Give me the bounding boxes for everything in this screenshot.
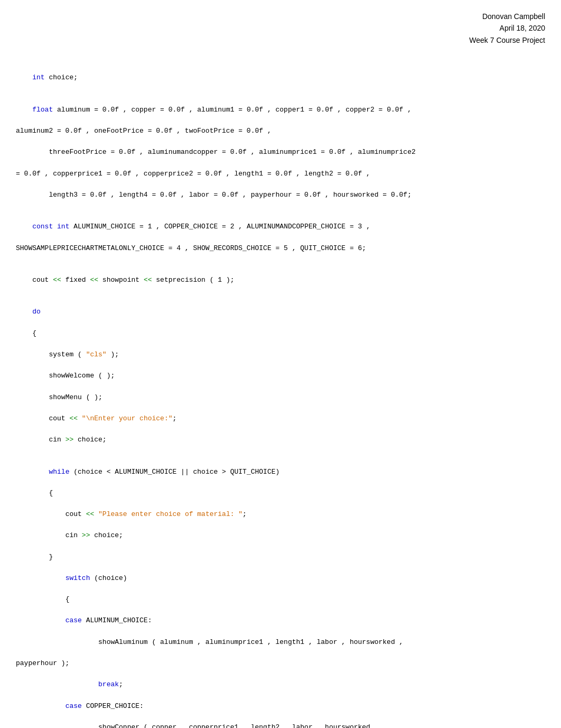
date: April 18, 2020 [16,22,545,34]
course: Week 7 Course Project [16,34,545,46]
author-name: Donovan Campbell [16,11,545,22]
code-block: int choice; float aluminum = 0.0f , copp… [16,62,545,728]
header: Donovan Campbell April 18, 2020 Week 7 C… [16,11,545,46]
